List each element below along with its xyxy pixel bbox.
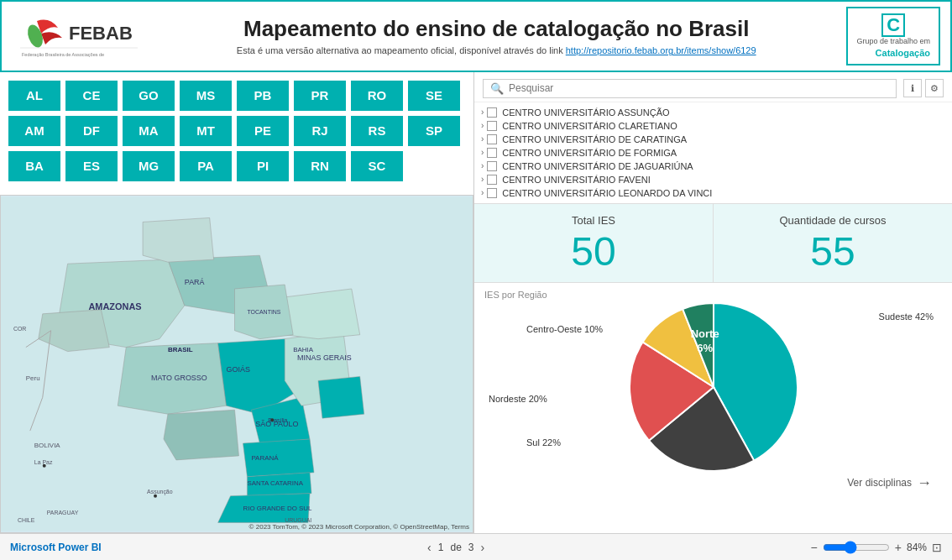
inst-label: CENTRO UNIVERSITÁRIO ASSUNÇÃO [502, 107, 669, 118]
state-PB[interactable]: PB [237, 81, 289, 111]
prev-page-button[interactable]: ‹ [427, 541, 432, 554]
svg-text:MINAS GERAIS: MINAS GERAIS [297, 353, 352, 362]
state-row-1: AL CE GO MS PB PR RO SE [8, 81, 465, 111]
map-attribution: © 2023 TomTom, © 2023 Microsoft Corporat… [249, 523, 469, 531]
zoom-in-button[interactable]: + [895, 541, 902, 554]
state-DF[interactable]: DF [65, 116, 118, 146]
inst-checkbox[interactable] [487, 188, 497, 198]
institution-item[interactable]: ›CENTRO UNIVERSITÁRIO DE FORMIGA [474, 146, 952, 160]
state-GO[interactable]: GO [123, 81, 175, 111]
inst-checkbox[interactable] [487, 161, 497, 171]
svg-text:MATO GROSSO: MATO GROSSO [151, 374, 207, 382]
right-panel: 🔍 ℹ ⚙ ›CENTRO UNIVERSITÁRIO ASSUNÇÃO›CEN… [474, 72, 952, 533]
pie-label-norte-pct: 6% [697, 342, 713, 354]
institution-item[interactable]: ›CENTRO UNIVERSITÁRIO FAVENI [474, 173, 952, 186]
institution-item[interactable]: ›CENTRO UNIVERSITÁRIO DE JAGUARIÚNA [474, 160, 952, 173]
state-RO[interactable]: RO [351, 81, 403, 111]
search-input[interactable] [509, 82, 889, 94]
state-CE[interactable]: CE [65, 81, 118, 111]
search-controls: ℹ ⚙ [903, 79, 944, 97]
institution-item[interactable]: ›CENTRO UNIVERSITÁRIO LEONARDO DA VINCI [474, 186, 952, 200]
search-info-button[interactable]: ℹ [903, 79, 922, 97]
svg-text:AMAZONAS: AMAZONAS [88, 301, 141, 311]
svg-text:GOIÁS: GOIÁS [227, 365, 250, 374]
state-SE[interactable]: SE [408, 81, 460, 111]
state-PI[interactable]: PI [237, 151, 289, 181]
svg-text:Federação Brasileira de Associ: Federação Brasileira de Associações de [22, 52, 104, 57]
inst-chevron: › [481, 148, 484, 157]
subtitle: Esta é uma versão alternativa ao mapeame… [160, 45, 833, 55]
powerbi-link[interactable]: Microsoft Power BI [10, 542, 102, 553]
pie-chart: Norte6% [630, 303, 798, 471]
svg-text:RIO GRANDE DO SUL: RIO GRANDE DO SUL [243, 505, 312, 512]
state-PE[interactable]: PE [237, 116, 289, 146]
svg-text:Assunção: Assunção [147, 489, 173, 495]
page-current: 1 [438, 542, 444, 553]
zoom-slider[interactable] [823, 541, 890, 554]
label-sul: Sul 22% [526, 437, 561, 447]
state-PR[interactable]: PR [294, 81, 346, 111]
state-ES[interactable]: ES [65, 151, 118, 181]
inst-label: CENTRO UNIVERSITÁRIO FAVENI [502, 175, 650, 185]
state-MA[interactable]: MA [123, 116, 175, 146]
state-SC[interactable]: SC [351, 151, 403, 181]
inst-checkbox[interactable] [487, 107, 497, 118]
state-BA[interactable]: BA [8, 151, 60, 181]
state-MT[interactable]: MT [180, 116, 232, 146]
svg-text:PARANÁ: PARANÁ [251, 454, 279, 462]
svg-text:SANTA CATARINA: SANTA CATARINA [247, 479, 303, 487]
zoom-out-button[interactable]: − [811, 541, 818, 554]
logo-area: FEBAB Federação Brasileira de Associaçõe… [12, 13, 146, 59]
inst-checkbox[interactable] [487, 148, 497, 158]
inst-checkbox[interactable] [487, 175, 497, 185]
bottom-bar: Microsoft Power BI ‹ 1 de 3 › − + 84% ⊡ [0, 533, 952, 560]
inst-label: CENTRO UNIVERSITÁRIO CLARETIANO [502, 121, 677, 131]
state-RS[interactable]: RS [351, 116, 403, 146]
state-AL[interactable]: AL [8, 81, 60, 111]
institution-item[interactable]: ›CENTRO UNIVERSITÁRIO DE CARATINGA [474, 133, 952, 146]
institution-item[interactable]: ›CENTRO UNIVERSITÁRIO ASSUNÇÃO [474, 106, 952, 119]
next-page-button[interactable]: › [481, 541, 485, 554]
state-SP[interactable]: SP [408, 116, 460, 146]
total-ies-value: 50 [488, 232, 699, 272]
subtitle-link[interactable]: http://repositorio.febab.org.br/items/sh… [566, 45, 756, 55]
zoom-value: 84% [907, 542, 927, 553]
svg-text:FEBAB: FEBAB [69, 23, 133, 44]
quantidade-value: 55 [727, 232, 939, 272]
inst-checkbox[interactable] [487, 134, 497, 144]
header: FEBAB Federação Brasileira de Associaçõe… [0, 0, 952, 72]
ver-disciplinas-arrow[interactable]: → [917, 474, 932, 492]
inst-checkbox[interactable] [487, 121, 497, 131]
total-ies-box: Total IES 50 [474, 204, 714, 282]
search-settings-button[interactable]: ⚙ [925, 79, 944, 97]
state-MG[interactable]: MG [123, 151, 175, 181]
label-nordeste: Nordeste 20% [489, 394, 547, 404]
search-icon: 🔍 [490, 82, 504, 95]
state-RJ[interactable]: RJ [294, 116, 346, 146]
ver-disciplinas-label: Ver disciplinas [847, 477, 912, 489]
ver-disciplinas-area: Ver disciplinas → [484, 471, 942, 494]
inst-label: CENTRO UNIVERSITÁRIO DE JAGUARIÚNA [502, 161, 693, 171]
fit-page-button[interactable]: ⊡ [932, 541, 942, 554]
state-AM[interactable]: AM [8, 116, 60, 146]
pie-chart-container: Norte6% Sudeste 42% Sul 22% Nordeste 20%… [484, 303, 942, 471]
inst-chevron: › [481, 134, 484, 144]
label-centro-oeste: Centro-Oeste 10% [526, 324, 603, 334]
pie-label-norte: Norte [690, 327, 719, 340]
quantidade-cursos-box: Quantidade de cursos 55 [714, 204, 952, 282]
header-right-logo: C Grupo de trabalho em Catalogação [846, 7, 940, 65]
state-PA[interactable]: PA [180, 151, 232, 181]
svg-text:COR: COR [13, 326, 26, 332]
inst-chevron: › [481, 175, 484, 184]
svg-text:PARÁ: PARÁ [185, 278, 205, 286]
state-RN[interactable]: RN [294, 151, 346, 181]
state-MS[interactable]: MS [180, 81, 232, 111]
total-ies-label: Total IES [488, 214, 699, 227]
page-total: 3 [468, 542, 474, 553]
header-title-area: Mapeamento do ensino de catalogação no B… [160, 16, 833, 55]
quantidade-label: Quantidade de cursos [727, 214, 939, 227]
svg-text:BOLIVIA: BOLIVIA [34, 442, 61, 449]
state-row-2: AM DF MA MT PE RJ RS SP [8, 116, 465, 146]
page-sep: de [450, 542, 461, 553]
institution-item[interactable]: ›CENTRO UNIVERSITÁRIO CLARETIANO [474, 119, 952, 133]
